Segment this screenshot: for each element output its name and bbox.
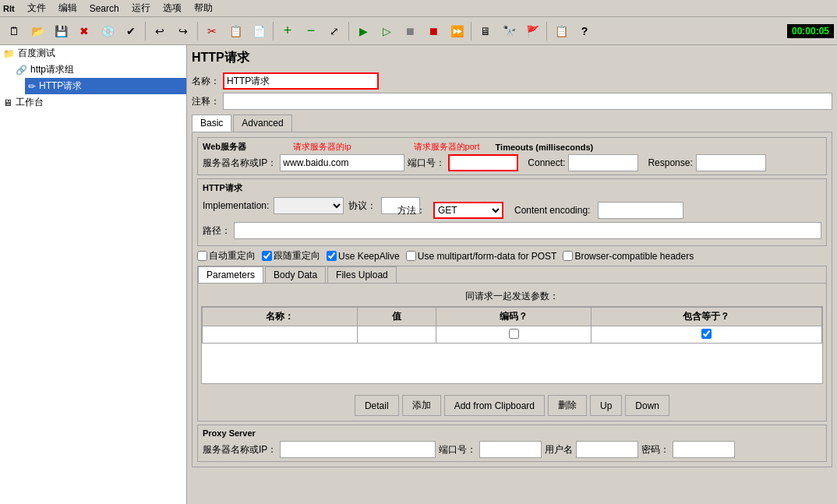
toolbar-flag-btn[interactable]: 🚩 [521,20,543,42]
menu-file[interactable]: 文件 [21,0,52,16]
tree-item-label: 工作台 [16,96,44,109]
path-input[interactable] [234,222,821,239]
toolbar: 🗒 📂 💾 ✖ 💿 ✔ ↩ ↪ ✂ 📋 📄 + − ⤢ ▶ ▷ ⏹ ⏹ ⏩ 🖥 … [0,17,837,45]
keep-alive-checkbox[interactable] [327,251,337,261]
right-panel: HTTP请求 名称： 注释： Basic Advanced Web服务器 请求服… [187,45,837,504]
left-panel: 📁 百度测试 🔗 http请求组 ✏ HTTP请求 🖥 工作台 [0,45,187,504]
menu-help[interactable]: 帮助 [188,0,219,16]
encoding-label: Content encoding: [514,205,590,216]
toolbar-minus-btn[interactable]: − [300,20,322,42]
proxy-password-label: 密码： [641,443,669,456]
method-label: 方法： [397,204,426,217]
connect-input[interactable] [568,154,638,171]
down-button[interactable]: Down [625,395,669,416]
follow-redirect-checkbox[interactable] [262,251,272,261]
auto-redirect-checkbox[interactable] [197,251,207,261]
menu-search[interactable]: Search [83,2,125,16]
browser-headers-checkbox[interactable] [563,251,573,261]
proxy-section: Proxy Server 服务器名称或IP： 端口号： 用户名 密码： [197,425,827,462]
name-label: 名称： [192,75,223,88]
multipart-label[interactable]: Use multipart/form-data for POST [406,251,557,262]
toolbar-remote-btn[interactable]: 🖥 [475,20,496,42]
btn-row: Detail 添加 Add from Clipboard 删除 Up Down [198,390,826,421]
tab-body-data[interactable]: Body Data [265,266,326,283]
comment-input[interactable] [223,93,832,110]
tab-basic[interactable]: Basic [192,115,231,132]
toolbar-list-btn[interactable]: 📋 [550,20,572,42]
menu-edit[interactable]: 编辑 [52,0,83,16]
menu-run[interactable]: 运行 [125,0,157,16]
toolbar-paste-btn[interactable]: 📄 [248,20,270,42]
tab-advanced[interactable]: Advanced [233,115,291,132]
response-input[interactable] [696,154,766,171]
connect-label: Connect: [528,157,565,168]
tree-item-baidu[interactable]: 📁 百度测试 [0,45,186,62]
toolbar-copy-btn[interactable]: 📋 [224,20,246,42]
sep4 [348,22,349,41]
toolbar-save-btn[interactable]: 💾 [50,20,72,42]
proxy-password-input[interactable] [673,441,735,458]
add-clipboard-button[interactable]: Add from Clipboard [444,395,545,416]
toolbar-stop-btn[interactable]: ⏹ [399,20,421,42]
detail-button[interactable]: Detail [355,395,399,416]
toolbar-play2-btn[interactable]: ▷ [376,20,397,42]
toolbar-new-btn[interactable]: 🗒 [3,20,25,42]
proxy-server-input[interactable] [280,441,436,458]
proxy-port-label: 端口号： [439,443,476,456]
multipart-checkbox[interactable] [406,251,416,261]
toolbar-expand-btn[interactable]: ⤢ [323,20,345,42]
toolbar-binoculars-btn[interactable]: 🔭 [498,20,520,42]
link-icon: 🔗 [16,65,27,76]
toolbar-open-btn[interactable]: 📂 [26,20,48,42]
toolbar-record-btn[interactable]: ⏩ [446,20,468,42]
encode-checkbox[interactable] [509,329,519,339]
toolbar-undo-btn[interactable]: ↩ [149,20,171,42]
toolbar-cut-btn[interactable]: ✂ [201,20,223,42]
inner-tab-bar: Parameters Body Data Files Upload [198,266,826,284]
menu-options[interactable]: 选项 [157,0,188,16]
keep-alive-label[interactable]: Use KeepAlive [327,251,400,262]
toolbar-play-btn[interactable]: ▶ [352,20,374,42]
tab-files-upload[interactable]: Files Upload [327,266,397,283]
port-input[interactable] [448,154,518,171]
edit-icon: ✏ [28,81,36,92]
app-title: RIt [3,4,15,13]
toolbar-disk-btn[interactable]: 💿 [97,20,118,42]
proxy-port-input[interactable] [479,441,542,458]
tree-item-workbench[interactable]: 🖥 工作台 [0,94,186,111]
col-name: 名称： [203,308,358,326]
name-row: 名称： [192,72,832,90]
include-checkbox[interactable] [701,329,712,339]
follow-redirect-label[interactable]: 跟随重定向 [262,249,320,263]
browser-headers-label[interactable]: Browser-compatible headers [563,251,694,262]
proxy-user-input[interactable] [576,441,638,458]
up-button[interactable]: Up [590,395,622,416]
impl-select[interactable] [274,197,344,214]
toolbar-help-btn[interactable]: ? [574,20,595,42]
http-req-title: HTTP请求 [203,182,821,194]
server-name-label: 服务器名称或IP： [203,157,277,170]
add-button[interactable]: 添加 [402,395,441,416]
tab-parameters[interactable]: Parameters [198,266,263,283]
toolbar-delete-btn[interactable]: ✖ [73,20,95,42]
cell-name [203,326,358,344]
col-include: 包含等于？ [591,308,821,326]
annotation-port: 请求服务器的port [414,141,480,153]
toolbar-stop2-btn[interactable]: ⏹ [422,20,444,42]
path-row: 路径： [203,222,821,239]
server-input[interactable] [280,154,404,171]
encoding-input[interactable] [598,202,683,219]
sep3 [273,22,274,41]
toolbar-add-btn[interactable]: + [277,20,298,42]
auto-redirect-label[interactable]: 自动重定向 [197,249,256,263]
delete-button[interactable]: 删除 [548,395,587,416]
cell-value [357,326,436,344]
tree-item-http-request[interactable]: ✏ HTTP请求 [25,78,186,94]
proxy-user-label: 用户名 [545,443,573,456]
toolbar-check-btn[interactable]: ✔ [120,20,142,42]
name-input[interactable] [223,72,379,90]
toolbar-redo-btn[interactable]: ↪ [172,20,194,42]
method-select[interactable]: GET POST PUT DELETE [433,202,503,219]
tree-item-http-group[interactable]: 🔗 http请求组 [12,62,186,78]
sep5 [471,22,471,41]
